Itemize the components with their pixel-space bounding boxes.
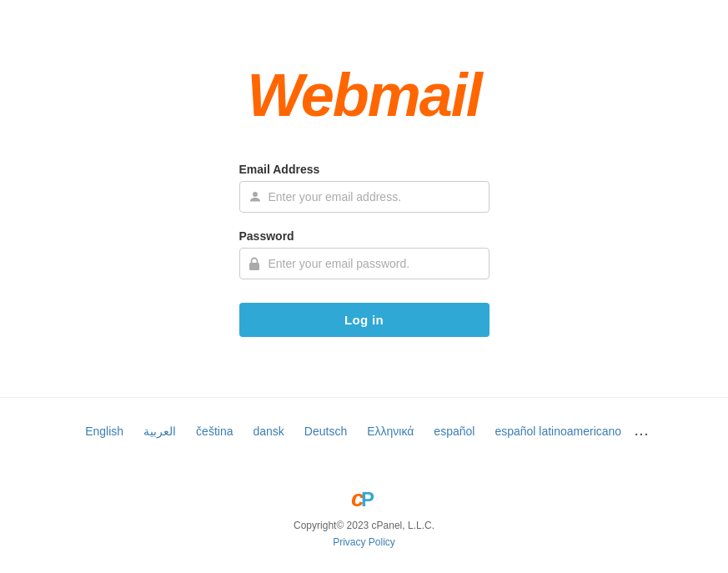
password-input-wrapper <box>239 248 490 279</box>
language-bar: English العربية čeština dansk Deutsch Ελ… <box>0 397 728 465</box>
lang-spanish-latin[interactable]: español latinoamericano <box>488 423 628 440</box>
more-languages-button[interactable]: ... <box>635 425 650 438</box>
password-input[interactable] <box>240 249 489 279</box>
main-content: Webmail Email Address Password <box>0 0 728 347</box>
password-label: Password <box>239 229 490 243</box>
email-group: Email Address <box>239 163 490 213</box>
email-input-wrapper <box>239 181 490 213</box>
user-icon <box>249 190 262 204</box>
lang-greek[interactable]: Ελληνικά <box>360 423 420 440</box>
copyright-text: Copyright© 2023 cPanel, L.L.C. <box>294 520 434 531</box>
lang-spanish[interactable]: español <box>427 423 481 440</box>
login-button[interactable]: Log in <box>239 303 490 337</box>
footer: c P Copyright© 2023 cPanel, L.L.C. Priva… <box>294 465 434 573</box>
login-form: Email Address Password <box>239 163 490 337</box>
lang-english[interactable]: English <box>78 423 130 440</box>
lang-czech[interactable]: čeština <box>189 423 239 440</box>
lang-danish[interactable]: dansk <box>246 423 290 440</box>
password-group: Password <box>239 229 490 279</box>
svg-text:P: P <box>361 488 374 510</box>
privacy-policy-link[interactable]: Privacy Policy <box>333 536 395 548</box>
lang-arabic[interactable]: العربية <box>137 423 183 440</box>
lang-german[interactable]: Deutsch <box>298 423 354 440</box>
svg-rect-0 <box>249 263 259 270</box>
email-label: Email Address <box>239 163 490 176</box>
logo-container: Webmail <box>247 61 481 129</box>
cpanel-logo: c P <box>348 481 381 515</box>
email-input[interactable] <box>240 182 489 212</box>
lock-icon <box>249 257 260 270</box>
webmail-logo: Webmail <box>247 62 481 128</box>
